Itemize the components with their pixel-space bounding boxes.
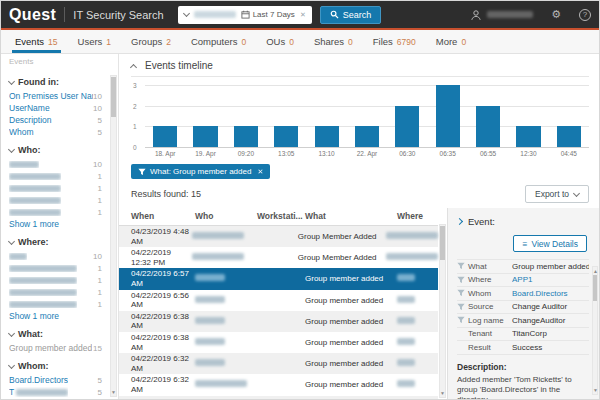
event-field-source: SourceChange Auditor [457,301,589,315]
facet-item-t[interactable]: T5 [9,386,102,398]
facet-item-group-member-added[interactable]: Group member added15 [9,342,102,354]
search-query-redacted [194,11,236,18]
funnel-icon[interactable] [457,289,468,297]
timeline-bar-22-apr[interactable] [355,126,379,147]
facet-item-board-owners[interactable]: Board.Owners3 [9,398,102,399]
table-row[interactable]: 04/23/2019 4:48 AMGroup Member Added [119,226,438,247]
timeline-bar-06-35[interactable] [436,85,460,147]
facet-item-redacted[interactable]: 1 [9,298,102,310]
show-more-link[interactable]: Show 1 more [9,218,102,230]
show-more-link[interactable]: Show 1 more [9,310,102,322]
table-row[interactable]: 04/22/2019 6:38 AMGroup member added [119,311,438,332]
search-input[interactable]: Last 7 Days ✕ [178,6,312,24]
funnel-icon[interactable] [457,276,468,284]
facet-item-redacted[interactable]: 1 [9,182,102,194]
tab-files[interactable]: Files6790 [363,30,426,53]
table-row-selected[interactable]: 04/22/2019 6:57 AMGroup member added [119,268,438,289]
tab-computers[interactable]: Computers0 [181,30,256,53]
timeline-bar-04-45[interactable] [557,126,581,147]
tab-ous[interactable]: OUs0 [256,30,304,53]
details-scrollbar[interactable]: ▲ ▼ [592,266,598,395]
chevron-down-icon[interactable] [183,10,190,17]
column-header-workstati[interactable]: Workstati... [257,211,305,221]
facet-item-redacted[interactable]: 1 [9,286,102,298]
cell-where-redacted [397,380,438,389]
funnel-icon[interactable] [457,316,468,324]
timeline-bar-06-55[interactable] [476,106,500,147]
user-menu[interactable] [470,9,533,21]
top-bar: Quest IT Security Search Last 7 Days ✕ S… [1,1,599,28]
help-icon[interactable]: ? [579,9,591,21]
facet-item-board-directors[interactable]: Board.Directors5 [9,374,102,386]
sidebar-scrollbar[interactable]: ▼ [110,75,117,397]
event-field-what: WhatGroup member added [457,260,589,274]
timeline-bar-13-10[interactable] [315,126,339,147]
facet-item-redacted[interactable]: 10 [9,250,102,262]
column-header-when[interactable]: When [119,211,195,221]
facet-item-redacted[interactable]: 1 [9,274,102,286]
field-label: Whom [468,289,512,298]
timeline-bar-19-apr[interactable] [193,126,217,147]
description-text: Added member 'Tom Ricketts' to group 'Bo… [457,375,589,400]
table-row[interactable]: 04/22/2019 6:16 AMGroup Member Added [119,396,438,400]
date-filter[interactable]: Last 7 Days ✕ [241,10,306,19]
funnel-icon[interactable] [457,303,468,311]
remove-filter-icon[interactable]: ✕ [257,168,263,176]
facet-section-who[interactable]: Who: [9,145,102,155]
table-row[interactable]: 04/22/2019 6:56 AMGroup member added [119,290,438,311]
funnel-icon [138,168,146,176]
table-row[interactable]: 04/22/2019 6:32 AMGroup member added [119,374,438,395]
facet-item-whom[interactable]: Whom5 [9,126,102,138]
redacted-text [192,232,244,239]
table-row[interactable]: 04/22/2019 6:38 AMGroup member added [119,332,438,353]
tab-users[interactable]: Users1 [68,30,122,53]
cell-what: Group Member Added [298,232,386,241]
redacted-text [9,197,61,204]
view-details-button[interactable]: ≡ View Details [513,235,587,252]
clear-date-filter-icon[interactable]: ✕ [300,11,306,19]
tab-more[interactable]: More0 [426,30,476,53]
grid-scrollbar[interactable]: ▼ [439,224,446,398]
gear-icon[interactable]: ⚙ [551,9,561,20]
event-field-tenant: TenantTitanCorp [457,328,589,342]
facet-item-redacted[interactable]: 1 [9,206,102,218]
column-header-where[interactable]: Where [397,211,438,221]
facet-section-found-in[interactable]: Found in: [9,77,102,87]
field-label: Result [468,343,512,352]
facet-section-whom[interactable]: Whom: [9,361,102,371]
facet-item-redacted[interactable]: 10 [9,158,102,170]
facet-item-description[interactable]: Description5 [9,114,102,126]
facet-section-where[interactable]: Where: [9,237,102,247]
table-row[interactable]: 04/22/2019 6:32 AMGroup member added [119,353,438,374]
search-button[interactable]: Search [320,6,382,24]
field-value[interactable]: Board.Directors [512,289,589,298]
facet-item-redacted[interactable]: 1 [9,194,102,206]
redacted-text [397,338,415,345]
event-details-header[interactable]: Event: [457,216,589,227]
cell-what: Group member added [305,274,397,283]
facet-item-on-premises-user-name[interactable]: On Premises User Name10 [9,90,102,102]
tab-groups[interactable]: Groups2 [121,30,181,53]
column-header-what[interactable]: What [305,211,397,221]
tab-events[interactable]: Events15 [5,30,68,53]
timeline-bar-09-20[interactable] [234,126,258,147]
column-header-who[interactable]: Who [195,211,257,221]
table-row[interactable]: 04/22/2019 12:32 PMGroup Member Added [119,247,438,268]
facet-item-redacted[interactable]: 1 [9,262,102,274]
facet-item-redacted[interactable]: 1 [9,170,102,182]
timeline-bar-06-30[interactable] [395,106,419,147]
timeline-bar-13-05[interactable] [274,126,298,147]
export-to-button[interactable]: Export to [525,185,589,203]
facet-item-username[interactable]: UserName10 [9,102,102,114]
funnel-icon[interactable] [457,262,468,270]
facet-section-what[interactable]: What: [9,329,102,339]
field-value[interactable]: APP1 [512,275,589,284]
collapse-icon[interactable] [130,63,137,70]
cell-where-redacted [386,232,438,241]
redacted-text [9,301,77,308]
timeline-bar-18-apr[interactable] [153,126,177,147]
cell-who-redacted [192,232,251,241]
filter-chip[interactable]: What: Group member added ✕ [131,164,270,179]
tab-shares[interactable]: Shares0 [304,30,363,53]
timeline-bar-12-30[interactable] [516,126,540,147]
